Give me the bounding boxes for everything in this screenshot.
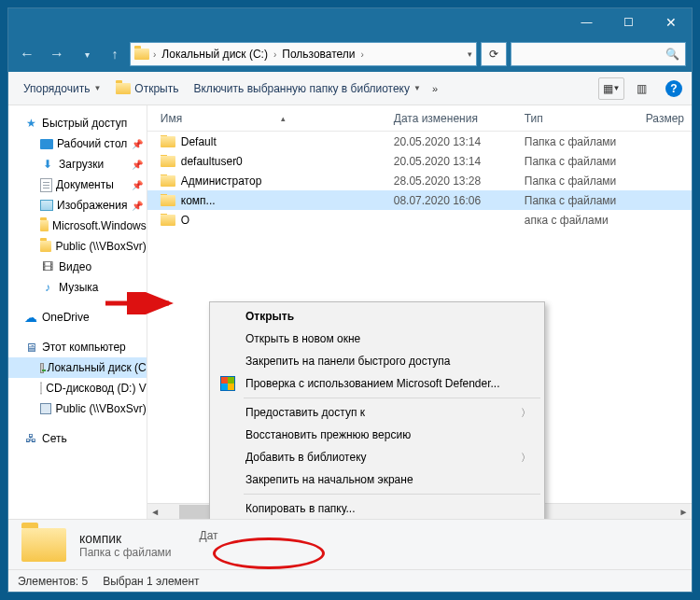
preview-pane-button[interactable]: ▥ xyxy=(628,77,654,100)
details-pane: компик Папка с файлами Дат xyxy=(8,519,692,569)
pin-icon: 📌 xyxy=(132,139,143,149)
include-library-menu[interactable]: Включить выбранную папку в библиотеку▼ xyxy=(188,78,426,99)
ctx-open-new-window[interactable]: Открыть в новом окне xyxy=(212,328,542,350)
sort-asc-icon: ▴ xyxy=(281,114,286,123)
file-row[interactable]: комп...08.07.2020 16:06Папка с файлами xyxy=(147,190,692,210)
file-row[interactable]: defaultuser020.05.2020 13:14Папка с файл… xyxy=(147,151,692,171)
sidebar-item-public2[interactable]: Public (\\VBoxSvr) xyxy=(8,398,147,419)
pin-icon: 📌 xyxy=(132,160,143,170)
column-type[interactable]: Тип xyxy=(517,112,638,125)
column-headers: Имя▴ Дата изменения Тип Размер xyxy=(147,105,692,132)
search-input[interactable]: 🔍 xyxy=(511,42,686,66)
music-icon: ♪ xyxy=(40,280,55,295)
chevron-right-icon: 〉 xyxy=(521,451,531,465)
pictures-icon xyxy=(40,200,53,211)
ctx-copy-to-folder[interactable]: Копировать в папку... xyxy=(212,497,542,519)
breadcrumb-segment[interactable]: Пользователи xyxy=(280,48,357,61)
folder-icon xyxy=(21,528,66,562)
back-button[interactable]: ← xyxy=(14,43,40,65)
minimize-button[interactable]: — xyxy=(566,8,608,36)
file-type: Папка с файлами xyxy=(521,135,642,148)
separator xyxy=(244,398,540,398)
file-name: defaultuser0 xyxy=(181,155,243,168)
up-button[interactable]: ↑ xyxy=(104,47,126,62)
sidebar-item-music[interactable]: ♪Музыка xyxy=(8,277,147,298)
folder-icon xyxy=(40,220,49,231)
help-button[interactable]: ? xyxy=(665,80,682,97)
star-icon: ★ xyxy=(23,116,38,131)
cloud-icon: ☁ xyxy=(23,310,38,325)
sidebar-item-mswindows[interactable]: Microsoft.Windows xyxy=(8,216,147,236)
desktop-icon xyxy=(40,139,53,149)
file-date: 20.05.2020 13:14 xyxy=(390,135,521,148)
file-type: Папка с файлами xyxy=(521,194,642,207)
pin-icon: 📌 xyxy=(132,180,143,190)
pin-icon: 📌 xyxy=(132,201,143,211)
refresh-button[interactable]: ⟳ xyxy=(481,42,507,66)
navbar: ← → ▾ ↑ › Локальный диск (C:) › Пользова… xyxy=(8,36,692,72)
file-row[interactable]: Оапка с файлами xyxy=(147,210,692,230)
sidebar-item-public[interactable]: Public (\\VBoxSvr) xyxy=(8,236,147,257)
maximize-button[interactable]: ☐ xyxy=(608,8,650,36)
file-type: апка с файлами xyxy=(521,214,642,227)
status-item-count: Элементов: 5 xyxy=(18,575,88,588)
file-type: Папка с файлами xyxy=(521,155,642,168)
network-icon: 🖧 xyxy=(23,431,38,446)
forward-button[interactable]: → xyxy=(44,43,70,65)
ctx-pin-to-start[interactable]: Закрепить на начальном экране xyxy=(212,468,542,491)
recent-dropdown[interactable]: ▾ xyxy=(74,43,100,65)
open-button[interactable]: Открыть xyxy=(110,78,184,99)
file-name: Администратор xyxy=(181,174,262,188)
search-icon: 🔍 xyxy=(665,48,679,61)
ctx-restore-previous[interactable]: Восстановить прежнюю версию xyxy=(212,424,542,446)
thispc-node[interactable]: 🖥Этот компьютер xyxy=(8,337,147,357)
file-name: Default xyxy=(181,135,217,148)
sidebar-item-desktop[interactable]: Рабочий стол📌 xyxy=(8,133,147,154)
network-node[interactable]: 🖧Сеть xyxy=(8,428,147,449)
document-icon xyxy=(40,178,52,192)
column-name[interactable]: Имя▴ xyxy=(153,112,386,125)
folder-icon xyxy=(134,49,149,60)
breadcrumb-segment[interactable]: Локальный диск (C:) xyxy=(160,48,270,61)
organize-menu[interactable]: Упорядочить▼ xyxy=(18,78,106,99)
onedrive-node[interactable]: ☁OneDrive xyxy=(8,307,147,328)
address-dropdown[interactable]: ▾ xyxy=(468,49,472,59)
sidebar-item-localdisk[interactable]: Локальный диск (C xyxy=(8,357,147,378)
file-name: О xyxy=(181,214,189,227)
chevron-right-icon: › xyxy=(153,49,156,60)
file-name: комп... xyxy=(181,194,216,207)
file-date: 28.05.2020 13:28 xyxy=(390,174,521,188)
column-size[interactable]: Размер xyxy=(638,112,692,125)
quick-access-node[interactable]: ★Быстрый доступ xyxy=(8,113,147,133)
computer-icon: 🖥 xyxy=(23,340,38,355)
sidebar-item-video[interactable]: 🎞Видео xyxy=(8,257,147,277)
disc-icon xyxy=(40,382,42,395)
chevron-right-icon: 〉 xyxy=(521,406,531,420)
folder-icon xyxy=(161,156,175,167)
overflow-menu[interactable]: » xyxy=(432,83,438,94)
sidebar-item-pictures[interactable]: Изображения📌 xyxy=(8,195,147,216)
file-row[interactable]: Default20.05.2020 13:14Папка с файлами xyxy=(147,132,692,151)
address-bar[interactable]: › Локальный диск (C:) › Пользователи › ▾ xyxy=(130,42,477,66)
folder-icon xyxy=(161,195,175,206)
drive-icon xyxy=(40,363,44,373)
download-icon: ⬇ xyxy=(40,157,55,172)
ctx-add-to-library[interactable]: Добавить в библиотеку〉 xyxy=(212,446,542,468)
view-options-button[interactable]: ▦ ▼ xyxy=(598,77,624,100)
sidebar-item-downloads[interactable]: ⬇Загрузки📌 xyxy=(8,154,147,174)
details-type: Папка с файлами xyxy=(79,546,172,559)
file-date: 08.07.2020 16:06 xyxy=(390,194,521,207)
video-icon: 🎞 xyxy=(40,259,55,274)
sidebar-item-cddrive[interactable]: CD-дисковод (D:) V xyxy=(8,378,147,398)
ctx-open[interactable]: Открыть xyxy=(212,305,542,328)
ctx-pin-quick-access[interactable]: Закрепить на панели быстрого доступа xyxy=(212,350,542,372)
scroll-left-icon[interactable]: ◄ xyxy=(147,507,163,517)
ctx-give-access[interactable]: Предоставить доступ к〉 xyxy=(212,401,542,424)
folder-icon xyxy=(40,241,51,252)
sidebar-item-documents[interactable]: Документы📌 xyxy=(8,174,147,195)
ctx-defender-scan[interactable]: Проверка с использованием Microsoft Defe… xyxy=(212,372,542,395)
scroll-right-icon[interactable]: ► xyxy=(676,507,692,517)
file-row[interactable]: Администратор28.05.2020 13:28Папка с фай… xyxy=(147,171,692,190)
close-button[interactable]: ✕ xyxy=(650,8,692,36)
column-date[interactable]: Дата изменения xyxy=(386,112,517,125)
